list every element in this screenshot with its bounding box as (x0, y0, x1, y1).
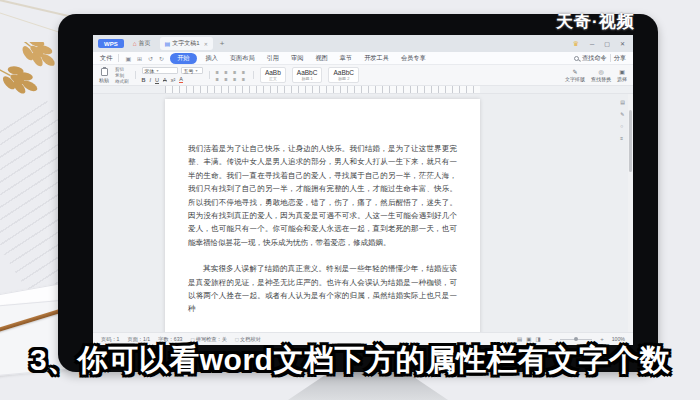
ribbon-tab-insert[interactable]: 插入 (203, 53, 221, 64)
underline-button[interactable]: U (155, 77, 159, 83)
undo-icon[interactable]: ↺ (148, 55, 153, 62)
vertical-scrollbar[interactable] (628, 94, 633, 332)
ribbon-tab-review[interactable]: 审阅 (288, 53, 306, 64)
search-icon (574, 56, 579, 61)
copy-button[interactable]: 复制 (115, 73, 129, 78)
ribbon-toolbar: 粘贴 剪切 复制 格式刷 宋体▾ 五号▾ B I U A x² (93, 65, 633, 86)
ribbon-tab-developer[interactable]: 开发工具 (361, 53, 392, 64)
file-menu[interactable]: 文件 (100, 54, 112, 63)
paragraph-align-icons[interactable]: ≡ ≡ ≡ ≡ (216, 69, 247, 75)
ruler-ticks (165, 86, 480, 93)
maximize-button[interactable]: ▢ (601, 40, 613, 47)
tab-close-icon[interactable]: ✕ (204, 41, 208, 47)
home-tab-label: 首页 (139, 39, 151, 48)
new-tab-button[interactable]: + (217, 39, 228, 48)
select-tool[interactable]: ▣ 选择 (617, 68, 627, 82)
font-size-value: 五号 (184, 68, 194, 74)
titlebar: WPS ⌂ 首页 ▤ 文字文稿1 ✕ + ♛ ─ ▢ ✕ (93, 35, 633, 52)
style-name: 正文 (265, 76, 281, 81)
divider (135, 71, 136, 79)
font-color-button[interactable]: A (179, 76, 183, 83)
wps-logo-button[interactable]: WPS (98, 39, 124, 48)
style-name: 标题 1 (297, 76, 318, 81)
pencil-icon: ✎ (572, 68, 577, 75)
ribbon-tab-references[interactable]: 引用 (264, 53, 282, 64)
divider (118, 54, 119, 62)
style-heading2[interactable]: AaBbC 标题 2 (328, 67, 359, 83)
share-button[interactable]: 分享 (614, 54, 626, 63)
ribbon-tab-bar: 文件 ▣ ⊞ ↺ ↻ 开始 插入 页面布局 引用 审阅 视图 章节 开发工具 会… (93, 52, 633, 65)
clipboard-icon (101, 68, 108, 76)
comment-panel-icon[interactable]: ○ (620, 123, 625, 129)
paste-button[interactable]: 粘贴 (99, 68, 109, 83)
text-layout-tool[interactable]: ✎ 文字排版 (565, 68, 585, 82)
document-icon: ▤ (165, 40, 171, 47)
magnifier-icon: ◎ (598, 68, 603, 75)
close-button[interactable]: ✕ (617, 40, 628, 47)
font-size-select[interactable]: 五号▾ (181, 67, 203, 74)
home-icon: ⌂ (133, 40, 137, 47)
font-name-value: 宋体 (145, 68, 155, 74)
style-normal[interactable]: AaBb 正文 (260, 67, 286, 83)
style-sample: AaBbC (297, 69, 318, 76)
paste-label: 粘贴 (99, 77, 109, 83)
tool-label: 选择 (617, 76, 627, 82)
save-icon[interactable]: ▣ (125, 55, 131, 62)
divider (209, 71, 210, 79)
document-tab-label: 文字文稿1 (172, 39, 199, 48)
edit-panel-icon[interactable]: ✎ (620, 111, 625, 117)
video-subtitle: 3、你可以看word文档下方的属性栏有文字个数 (0, 340, 700, 381)
navigation-panel-icon[interactable]: ≡ (620, 135, 625, 141)
divider (253, 71, 254, 79)
format-painter-button[interactable]: 格式刷 (115, 79, 129, 84)
scrollbar-thumb[interactable] (629, 110, 632, 172)
find-command[interactable]: 查找命令 (582, 54, 607, 63)
ribbon-tab-member[interactable]: 会员专享 (398, 53, 429, 64)
ribbon-tab-page-layout[interactable]: 页面布局 (227, 53, 258, 64)
style-sample: AaBb (265, 69, 281, 76)
print-icon[interactable]: ⊞ (137, 55, 142, 62)
subscript-button[interactable]: x² (171, 77, 176, 83)
tool-label: 文字排版 (565, 76, 585, 82)
wps-writer-window: WPS ⌂ 首页 ▤ 文字文稿1 ✕ + ♛ ─ ▢ ✕ 文件 ▣ ⊞ ↺ ↻ … (93, 35, 633, 345)
document-tab[interactable]: ▤ 文字文稿1 ✕ (160, 37, 213, 50)
bold-button[interactable]: B (142, 77, 146, 83)
strikethrough-button[interactable]: A (163, 77, 167, 83)
tool-label: 查找替换 (591, 76, 611, 82)
paragraph[interactable]: 其实很多人误解了结婚的真正意义。特别是一些年轻的懵懂少年，结婚应该是真爱旅程的见… (188, 262, 457, 316)
ribbon-tab-home[interactable]: 开始 (170, 53, 196, 64)
select-icon: ▣ (619, 68, 625, 75)
ribbon-tab-section[interactable]: 章节 (337, 53, 355, 64)
cut-button[interactable]: 剪切 (115, 67, 129, 72)
find-replace-tool[interactable]: ◎ 查找替换 (591, 68, 611, 82)
style-sample: AaBbC (333, 69, 354, 76)
italic-button[interactable]: I (149, 77, 151, 83)
properties-panel-icon[interactable]: ▤ (620, 99, 625, 105)
vip-crown-icon[interactable]: ♛ (573, 40, 579, 48)
paragraph[interactable]: 我们活着是为了让自己快乐，让身边的人快乐。我们结婚，是为了让这世界更完整、丰满。… (188, 142, 457, 249)
style-name: 标题 2 (333, 76, 354, 81)
channel-watermark: 天奇·视频 (556, 10, 635, 33)
horizontal-ruler[interactable] (93, 86, 633, 94)
paragraph-list-icons[interactable]: ≡ ≡ ≡ ≡ (216, 76, 247, 82)
ribbon-tab-view[interactable]: 视图 (312, 53, 330, 64)
document-page[interactable]: 我们活着是为了让自己快乐，让身边的人快乐。我们结婚，是为了让这世界更完整、丰满。… (165, 99, 480, 332)
document-workspace: 我们活着是为了让自己快乐，让身边的人快乐。我们结婚，是为了让这世界更完整、丰满。… (93, 94, 633, 332)
minimize-button[interactable]: ─ (587, 41, 597, 47)
redo-icon[interactable]: ↻ (159, 55, 164, 62)
home-tab[interactable]: ⌂ 首页 (128, 37, 156, 50)
divider (610, 54, 611, 62)
font-name-select[interactable]: 宋体▾ (142, 67, 178, 74)
style-heading1[interactable]: AaBbC 标题 1 (292, 67, 323, 83)
